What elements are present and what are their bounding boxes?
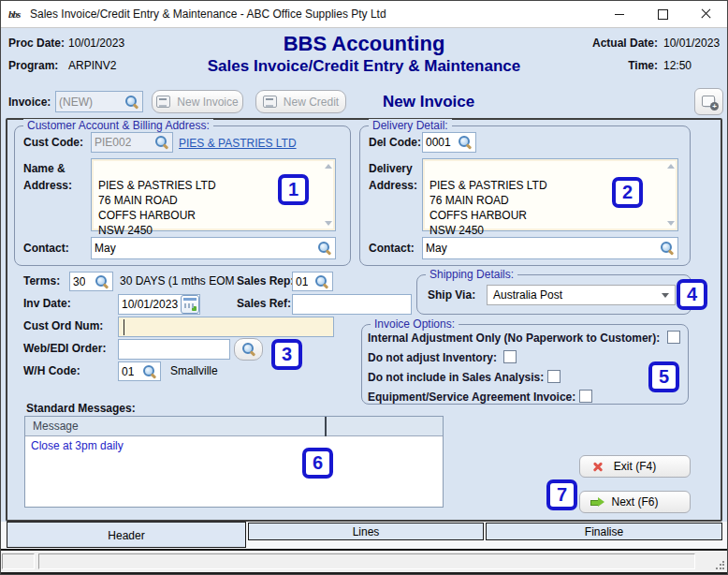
- ship-via-dropdown[interactable]: Australia Post: [487, 285, 676, 305]
- status-cell-main: [38, 553, 695, 569]
- option-internal-adjustment-checkbox[interactable]: [667, 331, 680, 344]
- app-window: bbs Sales Invoice/Credit Entry & Mainten…: [0, 0, 728, 575]
- invoice-options-title: Invoice Options:: [371, 317, 459, 331]
- calendar-icon[interactable]: [181, 295, 199, 314]
- messages-grid: Message Close at 3pm daily: [24, 416, 444, 508]
- actual-date-label: Actual Date:: [581, 37, 658, 50]
- cust-ord-num-field[interactable]: [118, 317, 334, 337]
- search-icon[interactable]: [124, 95, 139, 110]
- terms-description: 30 DAYS (1 mths EOM: [120, 274, 234, 288]
- delivery-contact-label: Contact:: [369, 242, 415, 255]
- customer-contact-field[interactable]: May: [91, 237, 336, 259]
- scroll-up-icon[interactable]: [667, 164, 675, 169]
- option-equipment-service-checkbox[interactable]: [579, 390, 592, 403]
- terms-field[interactable]: 30: [69, 272, 113, 291]
- mode-title: New Invoice: [383, 93, 474, 111]
- invoice-number-value: (NEW): [59, 96, 93, 109]
- wh-code-value: 01: [122, 365, 134, 378]
- tab-lines[interactable]: Lines: [248, 523, 484, 540]
- tab-header[interactable]: Header: [7, 522, 246, 548]
- annotation-7: 7: [546, 479, 577, 510]
- close-button[interactable]: [684, 1, 727, 27]
- chevron-down-icon: [662, 293, 669, 298]
- tab-finalise[interactable]: Finalise: [486, 523, 722, 540]
- scroll-up-icon[interactable]: [325, 164, 332, 169]
- copy-add-icon: [701, 95, 717, 109]
- terms-label: Terms:: [23, 274, 60, 288]
- delivery-address-label: Delivery Address:: [369, 160, 417, 194]
- annotation-4: 4: [677, 279, 707, 310]
- inv-date-label: Inv Date:: [23, 297, 71, 310]
- next-button[interactable]: Next (F6): [579, 491, 691, 513]
- messages-column-header[interactable]: Message: [25, 417, 443, 436]
- option-no-sales-analysis-label: Do not include in Sales Analysis:: [368, 371, 544, 384]
- wh-code-field[interactable]: 01: [118, 361, 161, 381]
- maximize-button[interactable]: [641, 1, 684, 27]
- new-invoice-button[interactable]: New Invoice: [152, 90, 243, 113]
- window-title: Sales Invoice/Credit Entry & Maintenance…: [30, 7, 386, 21]
- proc-date-value: 10/01/2023: [68, 37, 124, 50]
- terms-value: 30: [73, 275, 85, 288]
- customer-name-link[interactable]: PIES & PASTRIES LTD: [179, 137, 297, 150]
- cust-code-field[interactable]: PIE002: [91, 132, 173, 153]
- new-invoice-label: New Invoice: [177, 96, 238, 109]
- scroll-down-icon[interactable]: [325, 221, 332, 226]
- tab-strip: Header Lines Finalise: [1, 522, 727, 551]
- status-cell-left: [2, 553, 35, 569]
- time-value: 12:50: [663, 59, 692, 72]
- search-icon[interactable]: [317, 241, 332, 256]
- sales-rep-field[interactable]: 01: [292, 272, 333, 291]
- new-credit-label: New Credit: [284, 96, 339, 109]
- minimize-button[interactable]: [598, 1, 641, 27]
- sales-ref-label: Sales Ref:: [237, 297, 291, 310]
- column-divider[interactable]: [325, 417, 327, 436]
- customer-contact-label: Contact:: [23, 242, 69, 255]
- minimize-icon: [615, 14, 624, 15]
- search-icon[interactable]: [660, 241, 675, 256]
- wh-code-label: W/H Code:: [23, 364, 80, 377]
- standard-messages-label: Standard Messages:: [26, 402, 136, 415]
- option-no-inventory-checkbox[interactable]: [503, 350, 517, 363]
- scroll-down-icon[interactable]: [667, 221, 675, 226]
- search-icon[interactable]: [95, 274, 109, 289]
- invoice-number-combo[interactable]: (NEW): [55, 91, 143, 112]
- name-address-label: Name & Address:: [23, 160, 72, 194]
- message-row[interactable]: Close at 3pm daily: [25, 437, 443, 454]
- maximize-icon: [658, 9, 668, 20]
- cust-ord-num-label: Cust Ord Num:: [23, 319, 103, 332]
- delivery-address-text: PIES & PASTRIES LTD 76 MAIN ROAD COFFS H…: [430, 179, 547, 237]
- search-icon[interactable]: [142, 364, 157, 379]
- option-no-sales-analysis-checkbox[interactable]: [547, 370, 561, 383]
- delivery-group-title: Delivery Detail:: [369, 119, 452, 132]
- annotation-2: 2: [612, 177, 643, 208]
- calendar-dot: [192, 306, 197, 311]
- delivery-contact-value: May: [426, 242, 447, 255]
- search-icon[interactable]: [154, 135, 169, 150]
- program-label: Program:: [8, 59, 58, 72]
- delivery-contact-field[interactable]: May: [422, 237, 678, 259]
- inv-date-value: 10/01/2023: [122, 298, 178, 311]
- copy-invoice-button[interactable]: [694, 88, 723, 115]
- search-icon[interactable]: [314, 274, 329, 289]
- annotation-1: 1: [278, 174, 309, 205]
- web-edi-order-field[interactable]: [118, 339, 230, 360]
- resize-grip[interactable]: [715, 560, 724, 569]
- web-edi-search-button[interactable]: [234, 338, 263, 361]
- proc-date-label: Proc Date:: [8, 37, 65, 50]
- del-code-field[interactable]: 0001: [422, 132, 476, 153]
- next-button-label: Next (F6): [611, 495, 658, 509]
- web-edi-order-label: Web/EDI Order:: [23, 342, 106, 355]
- invoice-label: Invoice:: [8, 96, 51, 109]
- del-code-value: 0001: [426, 136, 451, 149]
- exit-button[interactable]: Exit (F4): [579, 455, 691, 478]
- new-credit-button[interactable]: New Credit: [255, 90, 346, 113]
- sales-ref-field[interactable]: [292, 294, 412, 315]
- annotation-5: 5: [648, 361, 679, 392]
- option-no-inventory-label: Do not adjust Inventory:: [368, 351, 497, 364]
- cust-code-value: PIE002: [95, 136, 131, 149]
- customer-contact-value: May: [95, 242, 116, 255]
- wh-name: Smallville: [170, 364, 218, 377]
- exit-button-label: Exit (F4): [614, 460, 656, 473]
- search-icon[interactable]: [458, 135, 473, 150]
- ship-via-label: Ship Via:: [428, 288, 475, 302]
